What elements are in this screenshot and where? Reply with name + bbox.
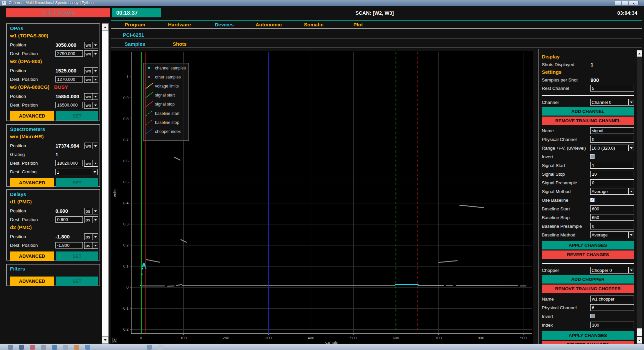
unit-select[interactable]: ps xyxy=(84,233,98,240)
field-input[interactable]: 0.600 xyxy=(55,216,83,223)
chevron-down-icon[interactable] xyxy=(93,76,98,82)
field-input[interactable]: 5 xyxy=(590,85,634,92)
field-input[interactable]: 1 xyxy=(590,162,634,169)
unit-select[interactable]: wn xyxy=(84,50,98,57)
unit-select[interactable]: wn xyxy=(84,76,98,83)
taskbar-item[interactable] xyxy=(52,345,57,350)
add-chopper-button[interactable]: ADD CHOPPER xyxy=(542,275,634,284)
scroll-down-button[interactable] xyxy=(637,337,642,344)
field-input[interactable]: 2790.000 xyxy=(55,50,83,57)
field-input[interactable]: w1 chopper xyxy=(590,296,634,302)
checkbox-invert[interactable] xyxy=(590,154,595,159)
chevron-down-icon[interactable] xyxy=(93,234,98,240)
field-select[interactable]: Chopper 0 xyxy=(590,267,634,274)
chevron-down-icon[interactable] xyxy=(93,42,98,48)
tab-autonomic[interactable]: Autonomic xyxy=(256,22,282,27)
taskbar-item[interactable] xyxy=(63,345,68,350)
tab-pci-6251[interactable]: PCI-6251 xyxy=(123,32,144,38)
checkbox-use-baseline[interactable] xyxy=(590,198,595,202)
unit-select[interactable]: ps xyxy=(84,242,98,249)
chevron-down-icon[interactable] xyxy=(628,99,634,105)
autorange-button[interactable]: A xyxy=(112,338,117,343)
unit-select[interactable]: wn xyxy=(84,102,98,109)
tab-samples[interactable]: Samples xyxy=(125,41,145,47)
field-input[interactable]: 0 xyxy=(590,136,634,143)
scroll-up-button[interactable] xyxy=(637,50,642,57)
plot-widget[interactable]: 010020030040050060070080090010.90.80.70.… xyxy=(111,51,533,344)
chevron-down-icon[interactable] xyxy=(628,188,634,194)
field-input[interactable]: 300 xyxy=(590,322,634,328)
scroll-down-button[interactable] xyxy=(102,336,109,344)
field-select[interactable]: Average xyxy=(590,231,634,238)
chevron-down-icon[interactable] xyxy=(93,242,98,248)
chevron-down-icon[interactable] xyxy=(93,143,98,149)
unit-select[interactable]: ps xyxy=(84,216,98,223)
field-input[interactable]: 0 xyxy=(590,223,634,229)
set-button[interactable]: SET xyxy=(56,251,98,261)
tab-shots[interactable]: Shots xyxy=(173,41,187,47)
scrollbar-thumb[interactable] xyxy=(637,328,642,336)
tab-plot[interactable]: Plot xyxy=(353,22,363,27)
apply-changes-button[interactable]: APPLY CHANGES xyxy=(542,331,634,340)
chevron-down-icon[interactable] xyxy=(93,208,98,214)
tab-program[interactable]: Program xyxy=(125,22,145,27)
chevron-down-icon[interactable] xyxy=(93,217,98,223)
unit-select[interactable]: wn xyxy=(84,143,98,149)
field-input[interactable]: 6 xyxy=(590,304,634,311)
taskbar-item[interactable] xyxy=(158,345,163,350)
field-input[interactable]: 10 xyxy=(590,171,634,177)
taskbar-item[interactable] xyxy=(85,345,90,350)
chevron-down-icon[interactable] xyxy=(93,51,98,57)
field-input[interactable]: 0 xyxy=(590,179,634,186)
tab-hardware[interactable]: Hardware xyxy=(168,22,191,27)
advanced-button[interactable]: ADVANCED xyxy=(10,178,54,187)
chevron-down-icon[interactable] xyxy=(93,94,98,100)
advanced-button[interactable]: ADVANCED xyxy=(10,111,54,121)
chevron-down-icon[interactable] xyxy=(93,102,98,108)
unit-select[interactable]: wn xyxy=(84,67,98,74)
settings-scrollbar[interactable] xyxy=(637,50,642,344)
unit-select[interactable]: wn xyxy=(84,42,98,48)
unit-select[interactable]: wn xyxy=(84,160,98,167)
set-button[interactable]: SET xyxy=(56,178,98,187)
taskbar-item[interactable] xyxy=(147,345,152,350)
apply-changes-button[interactable]: APPLY CHANGES xyxy=(542,241,634,249)
scrollbar-thumb[interactable] xyxy=(102,31,109,336)
field-select[interactable]: Channel 0 xyxy=(590,99,634,106)
field-input[interactable]: 600 xyxy=(590,205,634,212)
main-scrollbar[interactable] xyxy=(102,23,109,344)
advanced-button[interactable]: ADVANCED xyxy=(10,251,54,261)
unit-select[interactable]: wn xyxy=(84,93,98,100)
advanced-button[interactable]: ADVANCED xyxy=(10,277,54,286)
taskbar[interactable] xyxy=(0,344,644,350)
scroll-up-button[interactable] xyxy=(102,23,109,31)
remove-trailing-chopper-button[interactable]: REMOVE TRAILING CHOPPER xyxy=(542,285,634,293)
field-input[interactable]: -1.800 xyxy=(55,242,83,248)
checkbox-invert[interactable] xyxy=(590,314,595,318)
tab-devices[interactable]: Devices xyxy=(215,22,234,27)
chevron-down-icon[interactable] xyxy=(92,169,97,175)
shutdown-button[interactable]: SHUT DOWN xyxy=(6,8,110,17)
chevron-down-icon[interactable] xyxy=(93,160,98,166)
set-button[interactable]: SET xyxy=(56,111,98,121)
field-select[interactable]: 10.0 (320.0) xyxy=(590,145,634,151)
revert-changes-button[interactable]: REVERT CHANGES xyxy=(542,250,634,259)
chevron-down-icon[interactable] xyxy=(93,68,98,74)
field-input[interactable]: 18020.000 xyxy=(55,160,83,166)
unit-select[interactable]: ps xyxy=(84,208,98,214)
field-input[interactable]: signal xyxy=(590,127,634,134)
field-input[interactable]: 16500.000 xyxy=(55,102,83,108)
set-button[interactable]: SET xyxy=(56,277,98,286)
taskbar-item[interactable] xyxy=(19,345,24,350)
samples-plot[interactable]: 010020030040050060070080090010.90.80.70.… xyxy=(111,51,533,344)
tab-somatic[interactable]: Somatic xyxy=(304,22,323,27)
taskbar-item[interactable] xyxy=(8,345,13,350)
taskbar-item[interactable] xyxy=(30,345,35,350)
add-channel-button[interactable]: ADD CHANNEL xyxy=(542,107,634,116)
chevron-down-icon[interactable] xyxy=(628,145,634,151)
chevron-down-icon[interactable] xyxy=(628,267,634,273)
field-select[interactable]: 1 xyxy=(55,169,98,175)
remove-trailing-channel-button[interactable]: REMOVE TRAILING CHANNEL xyxy=(542,117,634,125)
field-select[interactable]: Average xyxy=(590,188,634,195)
field-input[interactable]: 1270.000 xyxy=(55,76,83,82)
